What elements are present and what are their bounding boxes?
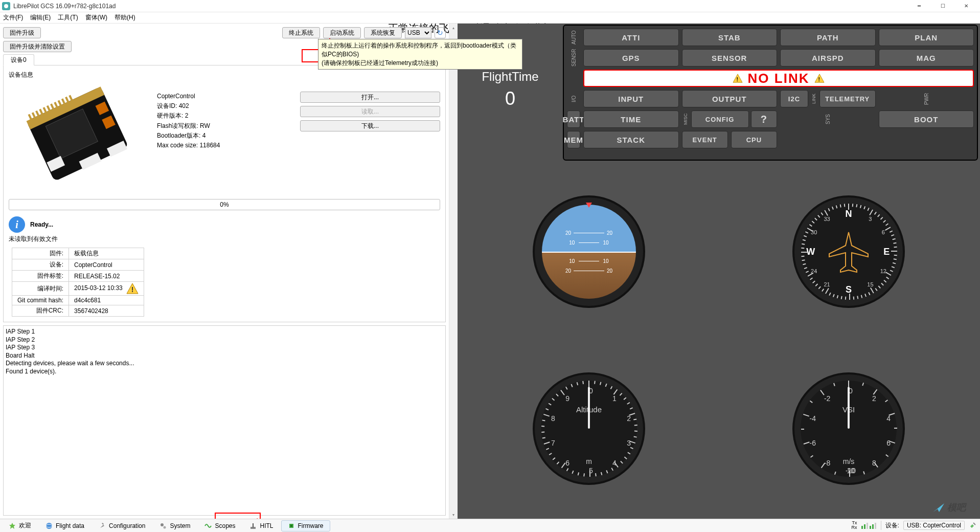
status-mem[interactable]: MEM	[567, 131, 580, 148]
warning-icon: !	[814, 74, 825, 83]
tab-hitl[interactable]: HITL	[243, 520, 280, 531]
status-time[interactable]: TIME	[583, 110, 679, 128]
no-valid-file-text: 未读取到有效文件	[9, 235, 440, 243]
status-cpu[interactable]: CPU	[731, 131, 777, 148]
maximize-button[interactable]: ☐	[931, 0, 954, 12]
status-help[interactable]: ?	[751, 110, 777, 128]
txrx-indicator: Tx Rx	[852, 521, 857, 530]
info-icon: i	[9, 216, 25, 233]
statusbar-device-label: 设备:	[885, 521, 899, 530]
status-telemetry[interactable]: TELEMETRY	[819, 90, 876, 107]
status-sensor[interactable]: SENSOR	[682, 49, 778, 66]
tab-welcome[interactable]: 欢迎	[2, 520, 38, 531]
menu-help[interactable]: 帮助(H)	[115, 13, 135, 22]
firmware-toolbar: 固件升级 终止系统 启动系统 系统恢复 USB ↻	[3, 27, 446, 39]
close-button[interactable]: ✕	[954, 0, 978, 12]
vsi-gauge: 0246810-2-4-6-8-10 VSI m/s	[792, 372, 905, 485]
firmware-panel: 固件升级 终止系统 启动系统 系统恢复 USB ↻ 固件升级并清除设置 重启信息…	[0, 24, 449, 519]
gears-icon	[159, 522, 167, 529]
svg-marker-47	[933, 503, 944, 512]
status-i2c[interactable]: I2C	[780, 90, 808, 107]
warning-icon: !	[126, 283, 139, 294]
svg-rect-44	[870, 526, 871, 529]
progress-bar: 0%	[9, 199, 440, 210]
svg-text:!: !	[818, 76, 821, 82]
tab-flightdata[interactable]: Flight data	[39, 520, 91, 531]
menu-window[interactable]: 窗体(W)	[85, 13, 107, 22]
tab-firmware[interactable]: Firmware	[281, 520, 330, 531]
window-title: LibrePilot GCS 16.09+r782-g8c101ad	[13, 3, 907, 10]
device-actions: 打开... 读取... 下载...	[300, 81, 440, 189]
svg-rect-46	[875, 523, 876, 529]
altitude-gauge: 0123456789 Altitude m	[533, 372, 645, 485]
device-content: 设备信息	[3, 65, 446, 322]
status-config[interactable]: CONFIG	[691, 110, 749, 128]
status-mag[interactable]: MAG	[879, 49, 974, 66]
bottom-tabs: 欢迎 Flight data Configuration System Scop…	[0, 519, 980, 532]
svg-point-36	[164, 526, 166, 528]
status-batt[interactable]: BATT	[567, 110, 580, 128]
menu-file[interactable]: 文件(F)	[3, 13, 23, 22]
globe-icon	[45, 522, 53, 529]
gauges: 20 10 10 20 20 10 10 20 N E S W 3	[458, 162, 980, 519]
window-controls: ━ ☐ ✕	[907, 0, 978, 12]
statusbar-connection[interactable]: USB: CopterControl	[903, 521, 965, 530]
app-icon	[2, 2, 10, 10]
download-button[interactable]: 下载...	[300, 120, 440, 131]
tab-scopes[interactable]: Scopes	[198, 520, 242, 531]
left-scrollbar[interactable]: ▴▾	[449, 24, 458, 519]
minimize-button[interactable]: ━	[907, 0, 931, 12]
svg-rect-40	[290, 525, 292, 527]
svg-rect-45	[872, 524, 874, 529]
joystick-icon	[249, 522, 257, 529]
ready-text: Ready...	[30, 221, 53, 228]
system-health-panel: AUTO ATTI STAB PATH PLAN SENSR GPS SENSO…	[563, 25, 978, 161]
svg-point-35	[161, 523, 164, 526]
status-path[interactable]: PATH	[780, 29, 876, 46]
warning-icon: !	[733, 74, 743, 83]
status-output[interactable]: OUTPUT	[682, 90, 778, 107]
status-plan[interactable]: PLAN	[879, 29, 974, 46]
tab-configuration[interactable]: Configuration	[92, 520, 152, 531]
device-name: CopterControl	[157, 92, 285, 101]
status-airspd[interactable]: AIRSPD	[780, 49, 876, 66]
svg-point-33	[46, 523, 52, 529]
svg-marker-32	[9, 523, 15, 529]
menu-edit[interactable]: 编辑(E)	[30, 13, 51, 22]
refresh-button[interactable]: ↻	[435, 27, 446, 38]
read-button[interactable]: 读取...	[300, 106, 440, 117]
board-image	[9, 81, 142, 189]
menu-tools[interactable]: 工具(T)	[58, 13, 78, 22]
pfd-panel: FlightTime 0 AUTO ATTI STAB PATH PLAN SE…	[458, 24, 980, 519]
statusbar-right: Tx Rx 设备: USB: CopterControl	[852, 519, 977, 532]
tab-system[interactable]: System	[153, 520, 197, 531]
svg-rect-43	[867, 523, 868, 529]
svg-text:!: !	[131, 285, 134, 294]
port-select[interactable]: USB	[405, 27, 431, 38]
status-input[interactable]: INPUT	[583, 90, 679, 107]
status-atti[interactable]: ATTI	[583, 29, 679, 46]
status-gps[interactable]: GPS	[583, 49, 679, 66]
heading-gauge: N E S W 3 6 12 15 21 24 30 33	[792, 195, 905, 308]
status-nolink: ! NO LINK !	[583, 70, 974, 87]
star-icon	[9, 522, 16, 529]
device-section-label: 设备信息	[9, 71, 440, 79]
recover-system-button[interactable]: 系统恢复	[364, 27, 402, 38]
status-event[interactable]: EVENT	[682, 131, 728, 148]
tooltip: 终止控制板上运行着的操作系统和控制程序，返回到bootloader模式（类似PC…	[318, 39, 522, 70]
status-stack[interactable]: STACK	[583, 131, 679, 148]
plane-icon	[823, 226, 874, 277]
status-stab[interactable]: STAB	[682, 29, 778, 46]
svg-text:!: !	[736, 76, 739, 82]
status-boot[interactable]: BOOT	[879, 110, 974, 128]
boot-system-button[interactable]: 启动系统	[323, 27, 361, 38]
halt-system-button[interactable]: 终止系统	[282, 27, 320, 38]
firmware-upgrade-clear-button[interactable]: 固件升级并清除设置	[3, 41, 72, 52]
open-button[interactable]: 打开...	[300, 92, 440, 103]
paper-plane-icon	[932, 502, 945, 513]
firmware-upgrade-button[interactable]: 固件升级	[3, 27, 41, 38]
wave-icon	[204, 522, 212, 529]
tab-device0[interactable]: 设备0	[3, 54, 34, 65]
connect-icon[interactable]	[969, 521, 977, 529]
svg-rect-42	[864, 524, 865, 529]
